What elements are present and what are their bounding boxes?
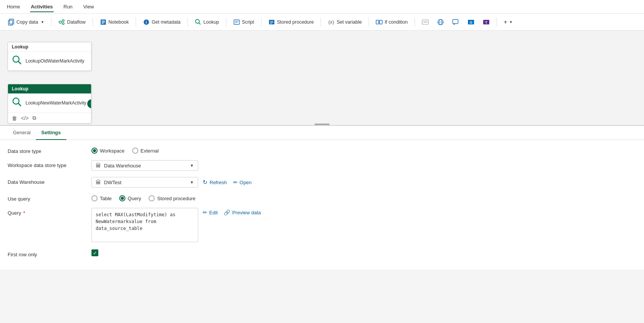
activity-card-2: Lookup LookupNewWaterMarkActivity 🗑 </> … xyxy=(8,84,91,124)
tab-settings[interactable]: Settings xyxy=(36,126,66,140)
card2-delete-icon[interactable]: 🗑 xyxy=(12,115,17,121)
radio-external-circle xyxy=(132,148,138,154)
edit-query-button[interactable]: ✏ Edit xyxy=(203,209,218,215)
toolbar-script[interactable]: Script xyxy=(230,17,257,27)
chat-icon xyxy=(452,19,459,26)
svg-point-13 xyxy=(195,19,199,23)
dataflow-label: Dataflow xyxy=(67,19,86,25)
card2-body: LookupNewWaterMarkActivity xyxy=(8,94,91,112)
card1-success-connector[interactable]: ✓ xyxy=(89,53,91,60)
radio-query[interactable]: Query xyxy=(119,195,141,201)
radio-external[interactable]: External xyxy=(132,148,159,154)
svg-line-14 xyxy=(199,23,200,24)
toolbar-chat[interactable] xyxy=(449,17,462,27)
query-controls: select MAX(LastModifytime) as NewWaterma… xyxy=(91,208,261,243)
copy-data-arrow: ▼ xyxy=(41,20,44,24)
card2-footer: 🗑 </> ⧉ → xyxy=(8,112,91,123)
edit-icon: ✏ xyxy=(203,209,207,215)
svg-rect-23 xyxy=(380,20,382,24)
workspace-store-type-inner: 🏛 Data Warehouse xyxy=(96,162,141,169)
first-row-only-row: First row only ✓ xyxy=(8,249,636,257)
workspace-store-type-select[interactable]: 🏛 Data Warehouse ▼ xyxy=(91,160,198,171)
card2-name: LookupNewWaterMarkActivity xyxy=(26,100,87,106)
sep5 xyxy=(226,18,226,27)
refresh-icon: ↻ xyxy=(203,179,208,186)
preview-data-button[interactable]: 🔗 Preview data xyxy=(224,209,261,215)
use-query-row: Use query Table Query Stored procedure xyxy=(8,194,636,202)
svg-rect-22 xyxy=(376,20,379,24)
radio-table-circle xyxy=(91,195,98,201)
svg-rect-31 xyxy=(453,19,458,24)
settings-panel: General Settings Data store type Workspa… xyxy=(0,126,644,270)
tab-general[interactable]: General xyxy=(8,126,36,140)
refresh-button[interactable]: ↻ Refresh xyxy=(203,179,227,186)
stored-procedure-label: Stored procedure xyxy=(277,19,314,25)
toolbar-copy-data[interactable]: Copy data ▼ xyxy=(5,17,47,27)
lookup-label: Lookup xyxy=(203,19,219,25)
copy-data-icon xyxy=(8,19,14,26)
menu-home[interactable]: Home xyxy=(6,2,21,12)
radio-query-label: Query xyxy=(128,196,141,201)
sep8 xyxy=(368,18,369,27)
sep1 xyxy=(51,18,51,27)
open-icon: ✏ xyxy=(233,179,238,185)
open-button[interactable]: ✏ Open xyxy=(233,179,252,185)
menu-bar: Home Activities Run View xyxy=(0,0,644,14)
card1-body: LookupOldWaterMarkActivity xyxy=(8,52,91,71)
toolbar-lookup[interactable]: Lookup xyxy=(192,17,222,27)
toolbar-notebook[interactable]: Notebook xyxy=(97,17,132,27)
radio-workspace[interactable]: Workspace xyxy=(91,148,125,154)
toolbar-icon-group1[interactable] xyxy=(419,17,432,27)
data-store-type-row: Data store type Workspace External xyxy=(8,146,636,154)
outlook-icon: O xyxy=(468,19,474,26)
radio-workspace-label: Workspace xyxy=(100,148,125,154)
refresh-label: Refresh xyxy=(210,180,227,185)
radio-stored-procedure[interactable]: Stored procedure xyxy=(149,195,195,201)
data-warehouse-inner: 🏛 DWTest xyxy=(96,179,122,185)
sep7 xyxy=(320,18,321,27)
use-query-label: Use query xyxy=(8,194,84,202)
toolbar-stored-procedure[interactable]: Stored procedure xyxy=(265,17,317,27)
svg-text:i: i xyxy=(146,20,147,24)
sep6 xyxy=(261,18,261,27)
notebook-icon xyxy=(100,19,107,26)
menu-view[interactable]: View xyxy=(82,2,95,12)
svg-rect-25 xyxy=(422,20,428,24)
workspace-store-type-row: Workspace data store type 🏛 Data Warehou… xyxy=(8,160,636,171)
settings-form: Data store type Workspace External Works… xyxy=(0,140,644,270)
menu-run[interactable]: Run xyxy=(63,2,74,12)
stored-procedure-icon xyxy=(268,19,275,26)
first-row-only-checkbox[interactable]: ✓ xyxy=(91,249,98,256)
toolbar-add-more[interactable]: + ▼ xyxy=(501,17,516,27)
data-warehouse-label: Data Warehouse xyxy=(8,177,84,185)
use-query-control: Table Query Stored procedure xyxy=(91,194,320,201)
if-condition-icon xyxy=(376,19,383,26)
svg-point-2 xyxy=(59,21,61,23)
query-textarea-wrap: select MAX(LastModifytime) as NewWaterma… xyxy=(91,208,198,243)
toolbar-dataflow[interactable]: Dataflow xyxy=(55,17,89,27)
radio-external-label: External xyxy=(141,148,159,154)
toolbar-set-variable[interactable]: (x) Set variable xyxy=(325,17,365,27)
toolbar-if-condition[interactable]: If condition xyxy=(373,17,410,27)
card2-code-icon[interactable]: </> xyxy=(21,115,29,121)
card1-connectors: ✓ xyxy=(89,53,91,60)
toolbar-globe[interactable] xyxy=(434,17,447,27)
svg-rect-15 xyxy=(234,20,239,24)
radio-table[interactable]: Table xyxy=(91,195,112,201)
toolbar-outlook[interactable]: O xyxy=(465,17,477,27)
globe-icon xyxy=(437,19,444,26)
card2-copy-icon[interactable]: ⧉ xyxy=(32,115,36,121)
data-warehouse-value: DWTest xyxy=(104,180,122,185)
query-textarea[interactable]: select MAX(LastModifytime) as NewWaterma… xyxy=(91,208,198,242)
toolbar-teams[interactable]: T xyxy=(480,17,493,27)
workspace-store-type-label: Workspace data store type xyxy=(8,160,84,168)
preview-label: Preview data xyxy=(232,210,261,215)
svg-text:O: O xyxy=(469,21,472,24)
query-row: Query * select MAX(LastModifytime) as Ne… xyxy=(8,208,636,243)
canvas-resize-handle[interactable] xyxy=(314,124,330,125)
toolbar-get-metadata[interactable]: i Get metadata xyxy=(140,17,184,27)
workspace-store-type-icon: 🏛 xyxy=(96,162,101,169)
menu-activities[interactable]: Activities xyxy=(30,2,54,12)
workspace-store-type-value: Data Warehouse xyxy=(104,163,141,169)
data-warehouse-select[interactable]: 🏛 DWTest ▼ xyxy=(91,177,198,188)
